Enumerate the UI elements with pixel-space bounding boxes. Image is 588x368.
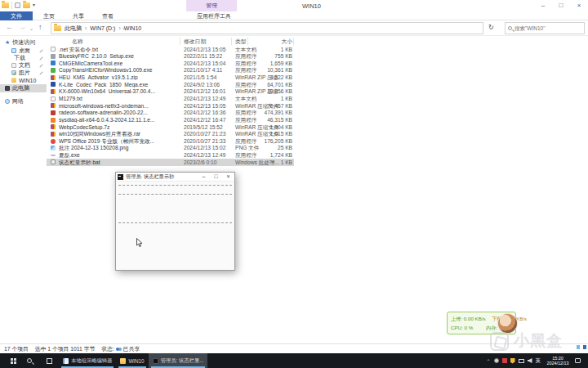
file-row[interactable]: 状态栏显示秒.bat 2023/2/6 0:10 Windows 批处理... …: [47, 159, 294, 166]
shared-icon: [116, 348, 119, 351]
file-row[interactable]: M1279.txt 2024/12/13 12:49 文本文档 1 KB: [47, 95, 294, 102]
taskbar-search-button[interactable]: [20, 353, 39, 368]
breadcrumb-drive[interactable]: WIN7 (D:): [90, 25, 115, 31]
back-icon[interactable]: ←: [6, 23, 13, 31]
up-icon[interactable]: ↑: [38, 23, 42, 31]
tray-app-icon[interactable]: [502, 358, 507, 363]
file-row[interactable]: WPS Office 2019 专业版（郴州市党政... 2020/10/27 …: [47, 137, 294, 145]
file-row[interactable]: sysdiag-all-x64-6.0.4.3-2024.12.11.1.e..…: [47, 116, 294, 123]
file-date: 2020/10/27 21:33: [184, 138, 225, 144]
sidebar-item-network[interactable]: 网络: [0, 97, 47, 105]
file-type-icon: [51, 89, 56, 94]
forward-icon[interactable]: →: [19, 23, 26, 31]
security-shield-icon[interactable]: [510, 358, 515, 364]
tab-share[interactable]: 共享: [65, 11, 91, 20]
close-button[interactable]: ×: [570, 0, 588, 11]
tab-view[interactable]: 查看: [95, 11, 121, 20]
maximize-button[interactable]: □: [552, 0, 570, 11]
taskbar-apps: 本地组策略编辑器 WIN10 管理员: 状态栏显...: [59, 353, 207, 368]
cmd-close-button[interactable]: ×: [222, 173, 234, 181]
file-type-icon: [51, 68, 56, 73]
cmd-maximize-button[interactable]: □: [210, 173, 222, 181]
breadcrumb[interactable]: 此电脑 › WIN7 (D:) › WIN10: [51, 22, 483, 34]
hidden-icons-caret-icon[interactable]: ⌃: [486, 358, 490, 364]
explorer-titlebar: ▾ 管理 WIN10 – □ ×: [0, 0, 588, 11]
refresh-icon[interactable]: ↻: [488, 24, 494, 31]
taskbar-app-button[interactable]: 管理员: 状态栏显...: [149, 353, 208, 368]
file-row[interactable]: BlueskyFRC_2.10.0_Setup.exe 2022/2/11 15…: [47, 53, 294, 61]
file-date: 2020/10/27 21:23: [184, 131, 225, 137]
tab-home[interactable]: 主页: [36, 11, 62, 20]
file-row[interactable]: radeon-software-adrenalin-2020-22... 202…: [47, 110, 294, 117]
cmd-line: [118, 230, 232, 235]
properties-icon[interactable]: [15, 2, 20, 8]
breadcrumb-this-pc[interactable]: 此电脑: [65, 25, 82, 33]
file-date: 2024/12/13 15:02: [184, 145, 225, 150]
tab-application-tools[interactable]: 应用程序工具: [186, 11, 242, 20]
file-size: 4,522 KB: [251, 74, 292, 80]
file-row[interactable]: .net 安装命令.txt 2024/12/13 15:05 文本文档 1 KB: [47, 46, 294, 53]
file-size: 64,701 KB: [251, 82, 292, 88]
search-box[interactable]: [505, 22, 585, 34]
task-view-button[interactable]: [39, 353, 59, 368]
taskbar-app-button[interactable]: 本地组策略编辑器: [59, 353, 116, 368]
sidebar-item[interactable]: WIN10: [0, 76, 47, 84]
file-size: 46,315 KB: [251, 117, 292, 123]
address-dropdown-caret-icon[interactable]: ⌄: [122, 25, 126, 30]
file-row[interactable]: CMGEMicCameraTool.exe 2024/12/13 15:04 应…: [47, 60, 294, 67]
action-center-icon[interactable]: [575, 358, 581, 363]
computer-icon: [5, 86, 10, 91]
minimize-button[interactable]: –: [534, 0, 552, 11]
breadcrumb-folder[interactable]: WIN10: [124, 25, 141, 31]
start-button[interactable]: [0, 353, 20, 368]
network-icon[interactable]: [519, 359, 524, 363]
file-type-icon: [51, 146, 56, 150]
sidebar-item-icon: [11, 63, 16, 68]
file-name: CopyTransHEICforWindowsv1.009.exe: [59, 67, 181, 73]
taskbar-app-icon: [153, 358, 158, 364]
column-header-size[interactable]: 大小: [251, 38, 292, 46]
file-date: 2024/12/13 15:05: [184, 103, 225, 109]
cmd-line: [118, 187, 232, 192]
volume-icon[interactable]: [528, 358, 532, 363]
file-row[interactable]: microsoft-windows-netfx3-ondeman... 2024…: [47, 102, 294, 110]
file-type-icon: [51, 132, 56, 137]
file-row[interactable]: CopyTransHEICforWindowsv1.009.exe 2021/1…: [47, 67, 294, 74]
file-name: microsoft-windows-netfx3-ondeman...: [59, 103, 181, 109]
file-row[interactable]: WebpCodecSetup.7z 2019/5/12 15:52 WinRAR…: [47, 123, 294, 131]
file-size: 19,956 KB: [251, 88, 292, 94]
file-row[interactable]: win10找回Windows照片查看器.rar 2020/10/27 21:23…: [47, 131, 294, 138]
file-date: 2024/12/12 16:01: [184, 88, 225, 94]
column-header-name[interactable]: 名称: [72, 38, 83, 46]
customize-qat-caret-icon[interactable]: ▾: [33, 2, 35, 8]
file-name: M1279.txt: [59, 96, 181, 101]
taskbar-app-button[interactable]: WIN10: [116, 353, 148, 368]
ribbon-tab-strip: 文件 主页 共享 查看 应用程序工具 ⌄ ?: [0, 11, 588, 20]
search-input[interactable]: [514, 25, 580, 31]
new-folder-icon[interactable]: [23, 2, 30, 8]
file-row[interactable]: K-Lite_Codec_Pack_1850_Mega.exe 2024/9/2…: [47, 81, 294, 88]
sidebar-item-this-pc[interactable]: 此电脑: [0, 84, 47, 92]
file-name: WebpCodecSetup.7z: [59, 124, 181, 130]
file-row[interactable]: 批注 2024-12-13 150208.png 2024/12/13 15:0…: [47, 145, 294, 152]
cmd-minimize-button[interactable]: –: [198, 173, 210, 181]
sidebar-quick-access[interactable]: ★ 快速访问: [0, 38, 47, 47]
file-row[interactable]: HEU_KMS_Activator_v19.5.1.zip 2021/1/5 1…: [47, 74, 294, 82]
system-tray: ⌃ 英 15:20 2024/12/13: [486, 353, 588, 368]
ime-indicator[interactable]: 英: [536, 357, 541, 365]
column-header-type[interactable]: 类型: [235, 38, 247, 46]
manage-contextual-header[interactable]: 管理: [186, 0, 237, 11]
share-state-value: 已共享: [123, 345, 140, 353]
file-row[interactable]: 夏磊.exe 2024/12/13 12:49 应用程序 1,724 KB: [47, 152, 294, 159]
windows-logo-icon: [11, 358, 13, 361]
taskbar-clock[interactable]: 15:20 2024/12/13: [544, 356, 572, 366]
taskbar-app-label: 本地组策略编辑器: [71, 357, 112, 365]
taskbar-app-label: 管理员: 状态栏显...: [161, 357, 204, 365]
cmd-titlebar[interactable]: 管理员: 状态栏显示秒 – □ ×: [116, 173, 234, 182]
column-header-date[interactable]: 修改日期: [184, 38, 206, 46]
file-row[interactable]: KX-6000-Win10x64_Universal-37.00.4... 20…: [47, 88, 294, 96]
recent-locations-caret-icon[interactable]: ⌄: [29, 25, 33, 31]
tab-file[interactable]: 文件: [0, 11, 33, 20]
tray-app-icon[interactable]: [494, 358, 499, 363]
file-name: sysdiag-all-x64-6.0.4.3-2024.12.11.1.e..…: [59, 117, 181, 123]
